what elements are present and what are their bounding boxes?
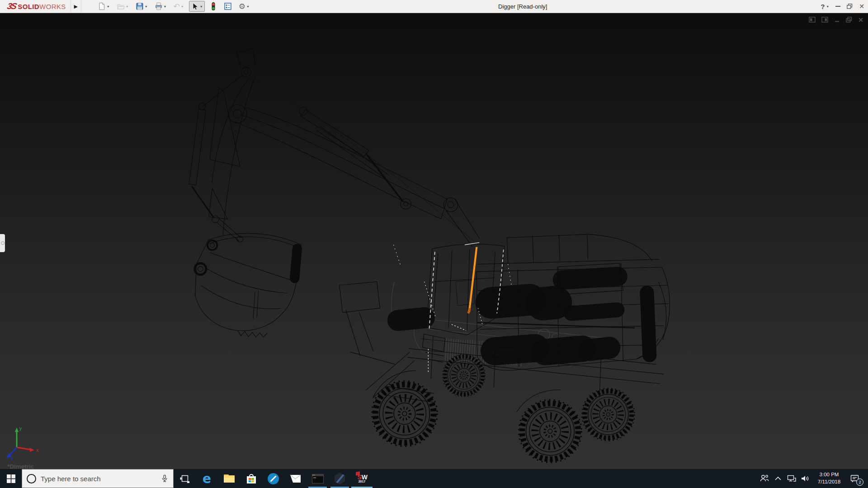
titlebar: 3S SOLID WORKS ▶ ▼ ▼ ▼ [0, 0, 868, 13]
help-button[interactable]: ? ▼ [821, 3, 829, 10]
windows-logo-icon [7, 474, 15, 483]
task-view-button[interactable] [174, 469, 196, 488]
people-icon [760, 474, 769, 483]
hexagon-app-button[interactable] [329, 469, 351, 488]
wireframe-layer [189, 49, 670, 412]
select-button[interactable]: ▼ [189, 1, 205, 12]
hexagon-app-icon [334, 473, 346, 484]
reference-triad: x y z [5, 426, 41, 460]
network-icon [787, 474, 796, 483]
triad-x-label: x [36, 448, 38, 453]
solidworks-desktop: { "titlebar": { "brand": {"mark": "3S", … [0, 0, 868, 488]
new-document-button[interactable]: ▼ [96, 1, 112, 12]
print-button[interactable]: ▼ [153, 1, 169, 12]
document-minimize-icon[interactable] [834, 17, 840, 23]
settings-wrench-button[interactable] [262, 469, 284, 488]
store-button[interactable] [240, 469, 262, 488]
action-center-button[interactable]: 2 [846, 469, 863, 488]
ds-logo-mark: 3S [6, 1, 17, 11]
save-floppy-icon [136, 2, 144, 10]
file-explorer-icon [224, 474, 235, 483]
print-icon [155, 2, 163, 10]
brand-works: WORKS [39, 3, 66, 10]
document-window-controls: ✕ [809, 16, 863, 23]
gear-icon: ⚙ [239, 3, 245, 10]
minimize-button[interactable] [835, 6, 840, 7]
taskbar-search[interactable]: Type here to search [22, 469, 174, 488]
system-tray: 3:00 PM 7/11/2018 2 [758, 469, 868, 488]
dropdown-caret[interactable]: ▼ [107, 5, 110, 8]
dropdown-caret[interactable]: ▼ [200, 5, 203, 8]
rebuild-button[interactable] [208, 0, 219, 12]
restore-button[interactable] [847, 4, 853, 9]
cortana-icon [27, 474, 36, 483]
dropdown-caret[interactable]: ▼ [164, 5, 167, 8]
show-hidden-icons-button[interactable] [771, 469, 785, 488]
graphics-viewport[interactable]: ✕ [0, 13, 868, 469]
microsoft-store-icon [247, 474, 256, 483]
open-button[interactable]: ▼ [115, 1, 131, 12]
solidworks-logo: 3S SOLID WORKS [0, 0, 71, 13]
select-cursor-icon [191, 2, 199, 10]
dropdown-caret[interactable]: ▼ [826, 5, 829, 8]
network-button[interactable] [785, 469, 798, 488]
command-prompt-icon: C:\ [312, 474, 324, 483]
show-left-pane-icon[interactable] [809, 16, 816, 23]
document-close-icon[interactable]: ✕ [858, 17, 863, 23]
dropdown-caret[interactable]: ▼ [246, 5, 250, 8]
search-placeholder: Type here to search [41, 475, 156, 483]
start-button[interactable] [0, 469, 22, 488]
mail-icon [290, 474, 301, 483]
chevron-up-icon [774, 476, 782, 481]
window-title: Digger [Read-only] [498, 3, 547, 10]
wireframe-digger-model [0, 13, 868, 469]
menu-flyout-button[interactable]: ▶ [71, 0, 81, 13]
speaker-icon [801, 474, 810, 483]
file-properties-button[interactable] [222, 1, 234, 12]
edge-icon: e [203, 471, 211, 486]
clock-date: 7/11/2018 [812, 479, 846, 486]
solidworks-2017-button[interactable]: SW 2017 [351, 469, 373, 488]
triad-z-label: z [11, 455, 13, 460]
undo-button[interactable]: ↶ ▼ [172, 1, 186, 12]
file-explorer-button[interactable] [218, 469, 240, 488]
triad-y-label: y [19, 426, 22, 431]
dropdown-caret: ▼ [181, 5, 184, 8]
close-button[interactable]: ✕ [859, 3, 864, 9]
task-view-icon [180, 474, 190, 483]
taskbar-clock[interactable]: 3:00 PM 7/11/2018 [812, 471, 846, 485]
quick-toolbar: ▼ ▼ ▼ ▼ ↶ [96, 0, 251, 13]
windows-taskbar: Type here to search e [0, 469, 868, 488]
traffic-light-icon [210, 2, 217, 11]
help-icon: ? [821, 3, 825, 10]
wrench-circle-icon [268, 473, 279, 484]
people-button[interactable] [758, 469, 771, 488]
clock-time: 3:00 PM [812, 471, 846, 479]
options-button[interactable]: ⚙ ▼ [237, 1, 251, 12]
dropdown-caret: ▼ [126, 5, 129, 8]
volume-button[interactable] [798, 469, 812, 488]
brand-solid: SOLID [18, 3, 39, 10]
save-button[interactable]: ▼ [134, 1, 150, 12]
document-restore-icon[interactable] [846, 17, 852, 23]
running-indicator [351, 487, 373, 488]
dropdown-caret[interactable]: ▼ [145, 5, 148, 8]
mail-button[interactable] [284, 469, 307, 488]
file-properties-icon [224, 2, 232, 10]
open-folder-icon [117, 2, 125, 10]
window-controls: ? ▼ ✕ [821, 0, 864, 13]
solidworks-2017-icon: SW 2017 [355, 472, 369, 485]
undo-icon: ↶ [174, 3, 180, 10]
new-document-icon [98, 2, 106, 10]
show-right-pane-icon[interactable] [821, 16, 828, 23]
edge-button[interactable]: e [196, 469, 218, 488]
notification-badge: 2 [856, 479, 863, 486]
microphone-icon[interactable] [160, 474, 169, 483]
command-prompt-button[interactable]: C:\ [307, 469, 329, 488]
